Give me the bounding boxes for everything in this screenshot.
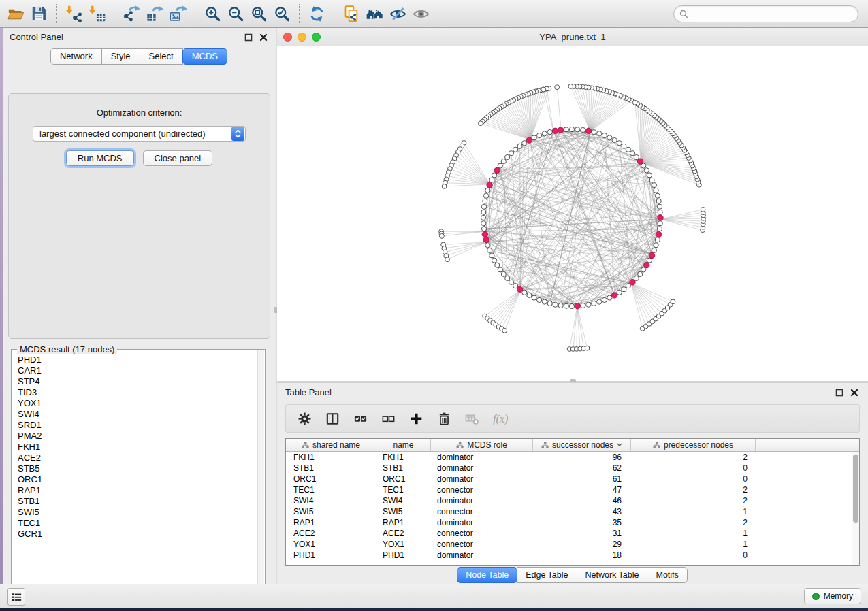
hide-labels-button[interactable] — [386, 2, 409, 25]
graph-node[interactable] — [656, 199, 661, 203]
graph-node[interactable] — [532, 295, 536, 300]
graph-node-mcds[interactable] — [658, 215, 663, 220]
open-session-button[interactable] — [4, 2, 27, 25]
tab-node-table[interactable]: Node Table — [457, 567, 517, 583]
tab-motifs[interactable]: Motifs — [647, 567, 687, 583]
graph-node[interactable] — [485, 188, 490, 193]
tab-network-table[interactable]: Network Table — [577, 567, 648, 583]
graph-node[interactable] — [537, 297, 542, 302]
table-cell[interactable] — [756, 517, 859, 528]
mcds-result-item[interactable]: FKH1 — [18, 442, 257, 452]
table-row[interactable]: STB1STB1dominator620 — [286, 463, 859, 474]
table-cell[interactable]: dominator — [431, 474, 533, 484]
graph-node[interactable] — [558, 303, 563, 308]
tab-select[interactable]: Select — [140, 48, 183, 65]
graph-node[interactable] — [581, 127, 585, 132]
graph-node[interactable] — [617, 290, 622, 295]
graph-node-mcds[interactable] — [649, 252, 654, 258]
table-cell[interactable]: 31 — [533, 528, 631, 539]
mcds-result-item[interactable]: STP4 — [18, 376, 257, 387]
export-image-button[interactable] — [166, 2, 189, 25]
function-builder-button[interactable]: f(x) — [491, 410, 518, 427]
show-labels-button[interactable] — [409, 2, 432, 25]
graph-node[interactable] — [592, 130, 596, 135]
close-table-panel-button[interactable] — [849, 387, 860, 398]
graph-node[interactable] — [492, 173, 497, 178]
graph-node[interactable] — [641, 267, 646, 272]
import-network-button[interactable] — [62, 2, 85, 25]
table-cell[interactable]: dominator — [431, 550, 533, 561]
graph-node[interactable] — [612, 138, 617, 143]
graph-node[interactable] — [647, 173, 652, 178]
table-cell[interactable]: 46 — [533, 495, 631, 506]
graph-node[interactable] — [483, 199, 487, 203]
graph-node-mcds[interactable] — [552, 128, 558, 133]
graph-node[interactable] — [630, 151, 634, 156]
graph-node[interactable] — [532, 135, 536, 140]
unselect-all-button[interactable] — [379, 410, 397, 427]
table-cell[interactable]: 0 — [631, 463, 756, 474]
table-cell[interactable] — [756, 506, 859, 517]
graph-node-mcds[interactable] — [656, 231, 662, 237]
graph-node[interactable] — [638, 271, 643, 276]
graph-node[interactable] — [617, 141, 622, 146]
table-cell[interactable]: 35 — [533, 517, 631, 528]
graph-node-mcds[interactable] — [494, 167, 500, 173]
table-cell[interactable]: 1 — [631, 506, 756, 517]
import-table-button[interactable] — [85, 2, 108, 25]
table-cell[interactable]: 29 — [533, 539, 631, 550]
table-cell[interactable]: 47 — [533, 484, 631, 495]
table-cell[interactable] — [756, 495, 859, 506]
show-columns-button[interactable] — [323, 410, 341, 427]
table-row[interactable]: ACE2ACE2connector311 — [286, 528, 859, 539]
table-cell[interactable]: 2 — [631, 517, 756, 528]
table-cell[interactable]: ACE2 — [376, 528, 431, 539]
mcds-result-item[interactable]: TEC1 — [18, 518, 257, 529]
table-row[interactable]: FKH1FKH1dominator962 — [286, 452, 859, 463]
save-session-button[interactable] — [27, 2, 50, 25]
table-cell[interactable]: SWI4 — [376, 495, 431, 506]
table-cell[interactable]: SWI4 — [286, 495, 376, 506]
table-cell[interactable]: 2 — [631, 495, 756, 506]
graph-node-mcds[interactable] — [611, 293, 617, 298]
graph-node[interactable] — [655, 237, 660, 242]
graph-node-mcds[interactable] — [644, 263, 649, 268]
zoom-fit-button[interactable] — [247, 2, 270, 25]
table-cell[interactable]: dominator — [431, 495, 533, 506]
column-header-name[interactable]: name — [376, 439, 431, 451]
table-row[interactable]: SWI5SWI5connector431 — [286, 506, 859, 517]
table-cell[interactable]: YOX1 — [376, 539, 431, 550]
table-cell[interactable] — [756, 484, 859, 495]
graph-node[interactable] — [489, 253, 494, 258]
graph-node[interactable] — [537, 133, 542, 138]
zoom-in-button[interactable] — [201, 2, 224, 25]
table-row[interactable]: ORC1ORC1dominator610 — [286, 474, 859, 484]
table-row[interactable]: PHD1PHD1dominator180 — [286, 550, 859, 561]
mcds-result-item[interactable]: SWI4 — [18, 409, 257, 420]
graph-node[interactable] — [654, 188, 658, 193]
graph-node[interactable] — [644, 168, 649, 173]
table-cell[interactable]: TEC1 — [286, 484, 376, 495]
tab-mcds[interactable]: MCDS — [182, 48, 227, 65]
graph-node[interactable] — [641, 163, 646, 168]
graph-node[interactable] — [527, 293, 532, 297]
table-cell[interactable]: SWI5 — [376, 506, 431, 517]
export-table-button[interactable] — [143, 2, 166, 25]
graph-node-mcds[interactable] — [585, 128, 591, 133]
float-panel-button[interactable] — [243, 32, 254, 43]
graph-node[interactable] — [522, 290, 527, 295]
column-header-successor-nodes[interactable]: successor nodes — [533, 439, 631, 451]
mcds-result-item[interactable]: PHD1 — [18, 354, 257, 365]
table-cell[interactable]: connector — [431, 506, 533, 517]
table-cell[interactable]: 96 — [533, 452, 631, 463]
table-cell[interactable] — [756, 452, 859, 463]
mcds-result-item[interactable]: STB5 — [18, 463, 257, 474]
graph-node[interactable] — [569, 303, 574, 308]
graph-node[interactable] — [581, 303, 585, 308]
graph-node[interactable] — [517, 144, 522, 148]
clone-network-button[interactable] — [340, 2, 363, 25]
table-row[interactable]: TEC1TEC1connector472 — [286, 484, 859, 495]
graph-node[interactable] — [649, 178, 654, 182]
table-cell[interactable]: FKH1 — [286, 452, 376, 463]
table-cell[interactable]: 0 — [631, 550, 756, 561]
